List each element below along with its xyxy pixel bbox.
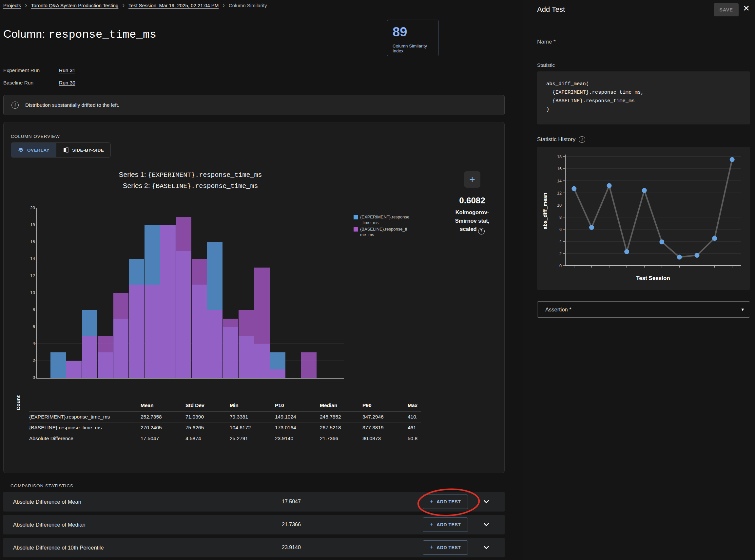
baseline-run-link[interactable]: Run 30: [59, 80, 75, 86]
y-tick-label: 12: [557, 191, 562, 196]
chevron-down-icon[interactable]: [482, 498, 490, 506]
table-cell: 252.7358: [140, 414, 186, 420]
y-tick-label: 10: [30, 290, 35, 295]
experiment-run-row: Experiment Run Run 31: [3, 67, 40, 73]
table-header-cell: Mean: [140, 402, 186, 408]
chevron-down-icon[interactable]: [482, 544, 490, 552]
y-tick-label: 20: [30, 205, 35, 210]
history-line: [574, 159, 732, 257]
y-axis-tick-labels: 02468101214161820: [23, 205, 35, 381]
name-field-label: Name *: [537, 39, 556, 45]
chevron-down-icon[interactable]: [482, 521, 490, 528]
comparison-stat-label: Absolute Difference of Median: [13, 522, 282, 528]
y-tick-label: 16: [557, 167, 562, 171]
name-field-input[interactable]: [537, 50, 750, 50]
y-tick-mark: [35, 276, 36, 276]
y-tick-label: 18: [557, 155, 562, 159]
y-tick-mark: [35, 259, 36, 259]
histogram-bar-baseline: [192, 259, 207, 378]
breadcrumb-item[interactable]: Toronto Q&A System Production Testing: [31, 3, 119, 8]
add-chart-button[interactable]: +: [464, 171, 480, 188]
add-test-button[interactable]: +ADD TEST: [423, 540, 468, 555]
statistic-history-chart: 024681012141618abs_diff_meanTest Session: [537, 147, 750, 290]
y-tick-label: 4: [559, 239, 562, 244]
y-tick-label: 0: [559, 264, 562, 268]
history-data-point: [624, 249, 629, 254]
close-icon[interactable]: ✕: [743, 4, 750, 13]
breadcrumb-item[interactable]: Projects: [3, 3, 21, 8]
table-header-cell: Median: [320, 402, 363, 408]
info-icon: i: [12, 101, 19, 109]
tab-side-by-side[interactable]: SIDE-BY-SIDE: [56, 143, 111, 157]
plus-icon: +: [430, 544, 434, 551]
table-row: {EXPERIMENT}.response_time_ms252.735871.…: [29, 411, 421, 422]
history-data-point: [607, 183, 612, 188]
table-header-cell: Std Dev: [186, 402, 230, 408]
table-cell: 267.5218: [320, 425, 363, 431]
similarity-score: 89: [392, 24, 433, 39]
table-cell: 410.: [408, 414, 421, 420]
experiment-run-link[interactable]: Run 31: [59, 67, 75, 73]
tab-side-by-side-label: SIDE-BY-SIDE: [72, 148, 104, 153]
comparison-stat-row: Absolute Difference of Mean17.5047+ADD T…: [3, 492, 505, 512]
help-icon[interactable]: ?: [478, 228, 485, 235]
y-tick-mark: [35, 310, 36, 310]
statistic-label: Statistic: [537, 62, 555, 68]
histogram-bar-baseline: [207, 310, 222, 378]
y-tick-label: 12: [30, 273, 35, 278]
save-button[interactable]: SAVE: [714, 3, 739, 16]
table-cell: 21.7366: [320, 436, 363, 441]
y-tick-label: 18: [30, 222, 35, 227]
histogram-bar-baseline: [254, 267, 270, 378]
legend-item: {BASELINE}.response_time_ms: [353, 227, 410, 238]
view-mode-tabs: OVERLAY SIDE-BY-SIDE: [11, 142, 111, 158]
comparison-stat-label: Absolute Difference of Mean: [13, 499, 282, 505]
y-tick-mark: [35, 327, 36, 327]
ks-stat-label: Kolmogorov-Smirnov stat,scaled?: [440, 208, 505, 235]
table-header-cell: Min: [230, 402, 275, 408]
history-data-point: [712, 236, 717, 241]
tab-overlay[interactable]: OVERLAY: [11, 143, 56, 157]
histogram-bar-baseline: [129, 285, 144, 378]
drift-info-banner: i Distribution substantially drifted to …: [3, 95, 505, 115]
side-by-side-icon: [63, 147, 69, 153]
chart-title: Series 1: {EXPERIMENT}.response_time_ms …: [37, 171, 344, 193]
x-axis-line: [36, 378, 344, 379]
table-cell: 17.5047: [140, 436, 186, 441]
statistic-history-label: Statistic History i: [537, 136, 585, 143]
y-tick-label: 16: [30, 239, 35, 244]
table-cell: 104.6172: [230, 425, 275, 431]
add-test-button[interactable]: +ADD TEST: [423, 495, 468, 509]
history-data-point: [695, 253, 700, 258]
chevron-right-icon: ›: [25, 2, 27, 8]
y-tick-mark: [35, 225, 36, 225]
experiment-run-label: Experiment Run: [3, 67, 40, 73]
y-tick-mark: [35, 343, 36, 344]
similarity-score-label: Column Similarity Index: [392, 43, 433, 53]
add-test-button[interactable]: +ADD TEST: [423, 517, 468, 532]
x-axis-title: Test Session: [636, 275, 670, 281]
y-tick-mark: [35, 293, 36, 293]
table-row: Absolute Difference17.50474.587425.27912…: [29, 433, 421, 444]
histogram-bar-baseline: [176, 217, 191, 378]
comparison-statistics-section-label: COMPARISON STATISTICS: [11, 483, 73, 488]
breadcrumb-item[interactable]: Test Session: Mar 19, 2025, 02:21:04 PM: [129, 3, 218, 8]
column-overview-section-label: COLUMN OVERVIEW: [11, 134, 60, 139]
table-cell: 461.: [408, 425, 421, 431]
plus-icon: +: [430, 498, 434, 505]
y-tick-mark: [35, 208, 36, 208]
y-tick-mark: [35, 378, 36, 378]
history-data-point: [730, 157, 735, 162]
comparison-stat-value: 17.5047: [282, 499, 423, 505]
assertion-dropdown[interactable]: Assertion * ▾: [537, 301, 750, 318]
table-cell: 149.1024: [275, 414, 320, 420]
baseline-run-row: Baseline Run Run 30: [3, 80, 34, 86]
ks-stat-block: + 0.6082 Kolmogorov-Smirnov stat,scaled?: [440, 171, 505, 235]
y-tick-mark: [35, 242, 36, 242]
chevron-right-icon: ›: [222, 2, 225, 8]
panel-title: Add Test: [537, 5, 565, 14]
table-row: {BASELINE}.response_time_ms270.240575.62…: [29, 422, 421, 433]
breadcrumb-item: Column Similarity: [229, 3, 267, 8]
table-cell: 71.0390: [186, 414, 230, 420]
y-tick-label: 2: [559, 252, 562, 256]
